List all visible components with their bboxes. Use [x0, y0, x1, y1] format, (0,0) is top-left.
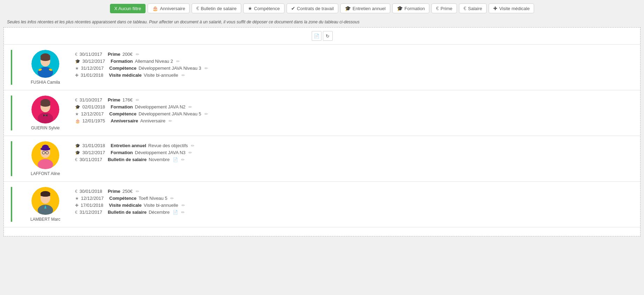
filter-competence-label: Compétence — [254, 6, 280, 11]
event-type-icon: ★ — [75, 196, 79, 201]
filter-anniversaire-label: Anniversaire — [160, 6, 185, 11]
pdf-icon[interactable]: 📄 — [173, 210, 178, 215]
event-item: 🎂12/01/1975Anniversaire Anniversaire✏ — [75, 118, 633, 123]
event-type-label: Anniversaire — [111, 118, 138, 123]
event-type-icon: € — [75, 210, 77, 215]
event-item: ✚17/01/2018Visite médicale Visite bi-ann… — [75, 203, 633, 208]
edit-icon[interactable]: ✏ — [136, 98, 139, 103]
filter-anniversaire[interactable]: 🎂 Anniversaire — [148, 3, 190, 13]
event-item: 🎓02/01/2018Formation Développement JAVA … — [75, 104, 633, 109]
event-date: 02/01/2018 — [82, 104, 109, 109]
avatar — [31, 96, 59, 123]
contrats-icon: ✔ — [291, 6, 295, 11]
no-filter-label: X Aucun filtre — [114, 6, 141, 11]
edit-icon[interactable]: ✏ — [205, 112, 208, 116]
pdf-icon[interactable]: 📄 — [173, 157, 178, 162]
row-accent — [11, 96, 12, 130]
event-item: ★12/12/2017Compétence Développement JAVA… — [75, 111, 633, 116]
filter-salaire[interactable]: € Salaire — [459, 3, 487, 13]
event-detail: Développement JAVA N2 — [135, 104, 186, 109]
event-detail: Visite bi-annuelle — [144, 73, 178, 78]
employee-row: GUERIN Sylvie€31/10/2017Prime 176€✏🎓02/0… — [4, 90, 640, 136]
event-date: 30/12/2017 — [82, 150, 109, 155]
event-type-label: Prime — [108, 97, 120, 103]
svg-point-6 — [40, 57, 50, 61]
svg-point-11 — [45, 115, 46, 116]
event-type-icon: € — [75, 157, 77, 162]
event-date: 30/01/2018 — [80, 189, 106, 194]
edit-icon[interactable]: ✏ — [181, 157, 185, 162]
employee-name: FUSHIA Camila — [31, 80, 60, 85]
employee-name: LAMBERT Marc — [30, 217, 60, 222]
event-item: €30/01/2018Prime 250€✏ — [75, 189, 633, 194]
filter-formation[interactable]: 🎓 Formation — [392, 3, 430, 13]
filter-prime-label: Prime — [441, 6, 452, 11]
event-type-label: Visite médicale — [109, 203, 142, 208]
filter-entretien[interactable]: 🎓 Entretien annuel — [340, 3, 390, 13]
svg-point-8 — [38, 113, 53, 123]
event-date: 12/12/2017 — [81, 111, 107, 116]
edit-icon[interactable]: ✏ — [181, 210, 185, 215]
employee-row: LAFFONT Aline🎓31/01/2018Entretien annuel… — [4, 136, 640, 181]
svg-point-14 — [40, 103, 50, 107]
event-type-icon: 🎂 — [75, 119, 80, 123]
event-type-icon: € — [75, 98, 77, 103]
filter-bulletin[interactable]: € Bulletin de salaire — [192, 3, 241, 13]
event-type-label: Bulletin de salaire — [108, 210, 147, 215]
filter-no-filter[interactable]: X Aucun filtre — [110, 4, 146, 13]
edit-icon[interactable]: ✏ — [176, 59, 180, 64]
event-detail: Développement JAVA N3 — [135, 150, 186, 155]
event-type-icon: € — [75, 189, 77, 194]
events-list: €30/11/2017Prime 200€✏🎓30/12/2017Formati… — [75, 50, 633, 78]
edit-icon[interactable]: ✏ — [191, 143, 194, 148]
edit-icon[interactable]: ✏ — [169, 119, 172, 123]
filter-salaire-label: Salaire — [468, 6, 482, 11]
row-accent — [11, 141, 12, 176]
filter-visite[interactable]: ✚ Visite médicale — [489, 3, 534, 13]
row-accent — [11, 187, 12, 222]
export-icon: 📄 — [314, 33, 319, 39]
event-item: 🎓30/12/2017Formation Allemand Niveau 2✏ — [75, 59, 633, 64]
edit-icon[interactable]: ✏ — [170, 196, 174, 201]
filter-bulletin-label: Bulletin de salaire — [201, 6, 237, 11]
edit-icon[interactable]: ✏ — [205, 66, 208, 71]
filter-contrats-label: Contrats de travail — [297, 6, 334, 11]
event-detail: Visite bi-annuelle — [144, 203, 178, 208]
employee-row: FUSHIA Camila€30/11/2017Prime 200€✏🎓30/1… — [4, 44, 640, 90]
svg-point-1 — [38, 67, 53, 78]
filter-prime[interactable]: € Prime — [431, 3, 457, 13]
edit-icon[interactable]: ✏ — [188, 150, 192, 155]
event-detail: 250€ — [123, 189, 133, 194]
edit-icon[interactable]: ✏ — [182, 203, 185, 208]
edit-icon[interactable]: ✏ — [136, 52, 139, 57]
employee-name: GUERIN Sylvie — [31, 126, 60, 130]
event-type-label: Compétence — [109, 196, 136, 201]
filter-contrats[interactable]: ✔ Contrats de travail — [287, 3, 339, 13]
event-date: 17/01/2018 — [81, 203, 107, 208]
event-type-label: Formation — [111, 104, 133, 109]
event-detail: Toefl Niveau 5 — [139, 196, 167, 201]
export-button[interactable]: 📄 — [312, 31, 321, 41]
filter-competence[interactable]: ★ Compétence — [243, 3, 284, 13]
event-detail: Décembre — [149, 210, 170, 215]
edit-icon[interactable]: ✏ — [182, 73, 185, 78]
filter-bar: X Aucun filtre 🎂 Anniversaire € Bulletin… — [0, 0, 644, 17]
event-detail: Revue des objectifs — [148, 143, 188, 148]
row-accent — [11, 50, 12, 85]
table-toolbar: 📄 ↻ — [4, 28, 640, 44]
competence-icon: ★ — [248, 6, 252, 11]
employee-list: FUSHIA Camila€30/11/2017Prime 200€✏🎓30/1… — [4, 44, 640, 227]
event-date: 30/11/2017 — [80, 52, 106, 57]
event-date: 30/11/2017 — [80, 157, 106, 162]
event-date: 31/10/2017 — [80, 97, 106, 103]
svg-point-28 — [40, 194, 50, 197]
event-type-icon: ✚ — [75, 203, 79, 208]
refresh-button[interactable]: ↻ — [323, 31, 333, 41]
edit-icon[interactable]: ✏ — [136, 189, 139, 194]
edit-icon[interactable]: ✏ — [188, 105, 192, 109]
events-list: €30/01/2018Prime 250€✏★12/12/2017Compéte… — [75, 187, 633, 215]
event-item: €31/10/2017Prime 176€✏ — [75, 97, 633, 103]
event-item: €30/11/2017Prime 200€✏ — [75, 52, 633, 57]
employee-info: LAMBERT Marc — [23, 187, 68, 222]
filter-visite-label: Visite médicale — [499, 6, 530, 11]
